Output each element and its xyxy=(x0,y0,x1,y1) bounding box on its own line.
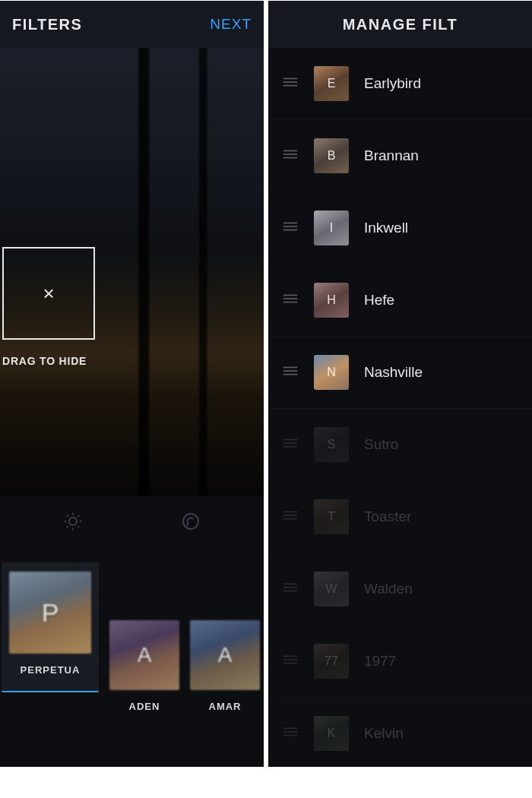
filter-name: Earlybird xyxy=(364,75,421,92)
filters-screen: FILTERS NEXT × DRAG TO HIDE PPERPETUAAAD… xyxy=(0,1,264,767)
drag-handle-icon[interactable] xyxy=(282,581,299,597)
drag-handle-icon[interactable] xyxy=(282,437,299,452)
filter-name: Toaster xyxy=(364,508,411,525)
close-icon: × xyxy=(43,282,54,306)
filter-thumbnail: P xyxy=(9,572,91,654)
filter-row[interactable]: NNashville xyxy=(268,337,532,409)
filter-name: 1977 xyxy=(364,653,396,670)
svg-point-1 xyxy=(183,514,198,529)
filter-thumbnail: B xyxy=(314,138,349,173)
page-title: MANAGE FILT xyxy=(280,16,520,33)
filter-thumbnail: I xyxy=(314,211,349,245)
photo-preview[interactable]: × DRAG TO HIDE xyxy=(0,48,264,496)
manage-filters-screen: MANAGE FILT EEarlybirdBBrannanIInkwellHH… xyxy=(268,1,532,767)
filter-name: Inkwell xyxy=(364,220,408,236)
filters-header: FILTERS NEXT xyxy=(0,1,264,48)
filter-row[interactable]: HHefe xyxy=(268,264,532,337)
filter-label: ADEN xyxy=(129,701,160,712)
drag-handle-icon[interactable] xyxy=(282,726,299,741)
filter-thumbnail: W xyxy=(314,572,349,606)
svg-point-0 xyxy=(69,518,77,525)
filter-row[interactable]: BBrannan xyxy=(268,120,532,192)
filter-row[interactable]: TToaster xyxy=(268,481,532,553)
filter-key: A xyxy=(138,643,152,667)
filter-thumbnail: A xyxy=(190,620,260,690)
filter-row[interactable]: KKelvin xyxy=(268,698,532,767)
next-button[interactable]: NEXT xyxy=(210,16,252,33)
filter-thumbnail: A xyxy=(109,620,179,690)
filter-thumbnail: K xyxy=(314,716,349,751)
drag-handle-icon[interactable] xyxy=(282,365,299,380)
drag-handle-icon[interactable] xyxy=(282,148,299,163)
filter-name: Hefe xyxy=(364,292,394,309)
filter-strip[interactable]: PPERPETUAAADENAAMAR xyxy=(0,546,264,721)
filter-card[interactable]: AAMAR xyxy=(190,620,260,721)
filter-key: A xyxy=(218,643,233,667)
filter-row[interactable]: IInkwell xyxy=(268,192,532,264)
filter-row[interactable]: 771977 xyxy=(268,625,532,698)
filter-row[interactable]: WWalden xyxy=(268,553,532,625)
filter-thumbnail: T xyxy=(314,499,349,534)
tool-row xyxy=(0,496,264,546)
filter-thumbnail: 77 xyxy=(314,644,349,679)
drag-handle-icon[interactable] xyxy=(282,509,299,524)
filter-name: Sutro xyxy=(364,436,398,453)
drag-handle-icon[interactable] xyxy=(282,293,299,308)
filter-name: Walden xyxy=(364,581,413,597)
filter-thumbnail: H xyxy=(314,283,349,318)
drag-to-hide-label: DRAG TO HIDE xyxy=(2,355,87,367)
filter-name: Brannan xyxy=(364,147,419,164)
filter-name: Kelvin xyxy=(364,725,404,742)
drag-handle-icon[interactable] xyxy=(282,654,299,669)
manage-header: MANAGE FILT xyxy=(268,1,532,48)
filter-label: PERPETUA xyxy=(21,664,81,676)
filter-card[interactable]: AADEN xyxy=(109,620,179,721)
filter-name: Nashville xyxy=(364,364,423,381)
lux-icon[interactable] xyxy=(61,509,85,534)
filter-label: AMAR xyxy=(209,701,242,712)
filter-thumbnail: N xyxy=(314,355,349,390)
filter-thumbnail: S xyxy=(314,427,349,462)
filter-row[interactable]: EEarlybird xyxy=(268,48,532,120)
page-title: FILTERS xyxy=(12,16,82,33)
filter-card[interactable]: PPERPETUA xyxy=(2,562,99,692)
filter-key: P xyxy=(42,598,59,628)
drag-handle-icon[interactable] xyxy=(282,76,299,91)
drag-handle-icon[interactable] xyxy=(282,220,299,236)
filter-thumbnail: E xyxy=(314,66,349,101)
filter-list[interactable]: EEarlybirdBBrannanIInkwellHHefeNNashvill… xyxy=(268,48,532,767)
hide-dropzone[interactable]: × xyxy=(2,247,95,340)
tools-icon[interactable] xyxy=(179,509,203,534)
filter-row[interactable]: SSutro xyxy=(268,409,532,481)
